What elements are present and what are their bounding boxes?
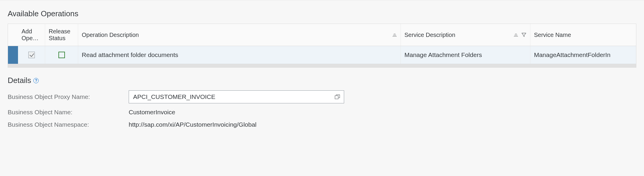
value-bo-name: CustomerInvoice xyxy=(129,109,391,116)
page: Available Operations Add Ope… Release St… xyxy=(0,0,644,140)
proxy-input[interactable]: APCI_CUSTOMER_INVOICE xyxy=(129,90,344,103)
cell-release xyxy=(45,46,78,64)
filter-icon[interactable] xyxy=(521,32,527,38)
cell-svc-desc-value: Manage Attachment Folders xyxy=(404,51,482,58)
value-bo-ns: http://sap.com/xi/AP/CustomerInvoicing/G… xyxy=(129,121,391,128)
cell-svc-name: ManageAttachmentFolderIn xyxy=(530,46,636,64)
operations-table: Add Ope… Release Status Operation Descri… xyxy=(8,24,636,64)
column-selector xyxy=(8,24,18,46)
cell-add[interactable] xyxy=(18,46,45,64)
column-header-op-desc-label: Operation Description xyxy=(82,32,139,38)
sort-asc-icon[interactable] xyxy=(392,33,397,37)
cell-op-desc: Read attachment folder documents xyxy=(78,46,401,64)
table-row[interactable]: Read attachment folder documents Manage … xyxy=(8,46,636,64)
value-help-icon[interactable] xyxy=(331,91,344,103)
cell-svc-desc: Manage Attachment Folders xyxy=(401,46,530,64)
section-title-details: Details ? xyxy=(8,76,636,85)
column-header-svc-name[interactable]: Service Name xyxy=(530,24,636,46)
label-bo-ns: Business Object Namespace: xyxy=(8,121,123,128)
checkbox-add[interactable] xyxy=(28,52,35,58)
release-status-icon xyxy=(58,52,65,58)
proxy-input-value: APCI_CUSTOMER_INVOICE xyxy=(129,93,331,100)
details-form: Business Object Proxy Name: APCI_CUSTOME… xyxy=(8,90,391,128)
column-header-svc-desc-label: Service Description xyxy=(404,32,455,38)
section-title-details-label: Details xyxy=(8,76,31,85)
row-select-indicator[interactable] xyxy=(8,46,18,64)
horizontal-scrollbar[interactable] xyxy=(8,64,636,68)
section-title-operations: Available Operations xyxy=(8,9,636,18)
field-proxy-wrapper: APCI_CUSTOMER_INVOICE xyxy=(129,90,391,103)
help-icon[interactable]: ? xyxy=(33,78,39,83)
column-header-release-label: Release Status xyxy=(49,28,74,42)
label-bo-name: Business Object Name: xyxy=(8,109,123,116)
column-header-svc-desc[interactable]: Service Description xyxy=(401,24,530,46)
column-header-release[interactable]: Release Status xyxy=(45,24,78,46)
svg-rect-6 xyxy=(335,96,338,99)
label-proxy: Business Object Proxy Name: xyxy=(8,93,123,100)
sort-asc-icon[interactable] xyxy=(514,33,518,37)
table-header: Add Ope… Release Status Operation Descri… xyxy=(8,24,636,46)
column-header-add-label: Add Ope… xyxy=(22,28,41,42)
column-header-op-desc[interactable]: Operation Description xyxy=(78,24,401,46)
column-header-add[interactable]: Add Ope… xyxy=(18,24,45,46)
column-header-svc-name-label: Service Name xyxy=(534,32,571,38)
cell-op-desc-value: Read attachment folder documents xyxy=(82,51,178,58)
cell-svc-name-value: ManageAttachmentFolderIn xyxy=(534,51,610,58)
